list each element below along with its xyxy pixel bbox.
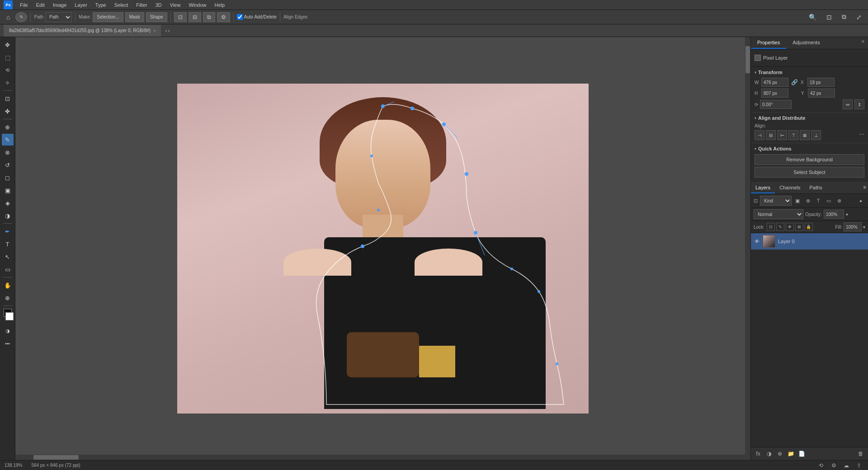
nav-prev[interactable]: ‹	[165, 28, 167, 34]
search-button[interactable]: 🔍	[805, 12, 820, 22]
move-tool[interactable]: ✥	[2, 39, 14, 51]
blur-tool[interactable]: ◈	[2, 197, 14, 209]
quick-actions-header[interactable]: ▾ Quick Actions	[755, 146, 864, 151]
panel-collapse-button[interactable]: ≡	[858, 37, 868, 49]
opacity-input[interactable]	[824, 210, 844, 219]
brush-preset-button[interactable]: ✎	[15, 12, 27, 22]
rotate-input[interactable]	[760, 100, 792, 109]
path-ops-button[interactable]: ⊡	[174, 12, 187, 22]
layer-visibility-toggle[interactable]: 👁	[754, 238, 760, 244]
eyedropper-tool[interactable]: ✤	[2, 105, 14, 117]
menu-select[interactable]: Select	[111, 1, 132, 9]
menu-edit[interactable]: Edit	[33, 1, 48, 9]
shape-button[interactable]: Shape	[146, 12, 167, 22]
menu-3d[interactable]: 3D	[152, 1, 165, 9]
arrange-docs-button[interactable]: ⧉	[838, 12, 850, 22]
filter-pixel-btn[interactable]: ▣	[793, 196, 802, 205]
mask-button[interactable]: Mask	[125, 12, 144, 22]
menu-filter[interactable]: Filter	[132, 1, 151, 9]
filter-adjust-btn[interactable]: ⊕	[803, 196, 812, 205]
screen-mode-button[interactable]: ⊡	[823, 12, 835, 22]
expand-button[interactable]: ⤢	[853, 12, 865, 22]
vertical-scrollbar[interactable]	[745, 37, 750, 460]
align-top-btn[interactable]: ⊤	[788, 130, 798, 140]
status-cloud-btn[interactable]: ☁	[842, 461, 851, 470]
scrollbar-thumb[interactable]	[745, 46, 750, 73]
pen-tool[interactable]: ✒	[2, 226, 14, 237]
y-input[interactable]	[808, 89, 835, 98]
align-button[interactable]: ⊟	[189, 12, 201, 22]
flip-h-btn[interactable]: ⇔	[843, 99, 853, 109]
status-settings-btn[interactable]: ⚙	[829, 461, 838, 470]
quick-mask-tool[interactable]: ◑	[2, 325, 14, 337]
create-group-button[interactable]: 📁	[786, 449, 795, 458]
delete-layer-button[interactable]: 🗑	[856, 449, 865, 458]
align-header[interactable]: ▾ Align and Distribute	[755, 115, 864, 121]
canvas-image[interactable]	[177, 84, 589, 414]
width-input[interactable]	[761, 78, 788, 87]
fill-input[interactable]	[844, 222, 862, 231]
lock-artboard-btn[interactable]: ⊠	[795, 223, 803, 231]
more-tools-btn[interactable]: •••	[2, 338, 14, 349]
create-adjustment-button[interactable]: ⊕	[775, 449, 784, 458]
more-align-btn[interactable]: ···	[859, 130, 864, 140]
align-bottom-btn[interactable]: ⊥	[811, 130, 821, 140]
opacity-arrow[interactable]: ▾	[846, 212, 848, 217]
align-left-btn[interactable]: ⊣	[755, 130, 764, 140]
hand-tool[interactable]: ✋	[2, 279, 14, 291]
filter-shape-btn[interactable]: ▭	[824, 196, 833, 205]
arrange-button[interactable]: ⧉	[203, 12, 215, 22]
filter-toggle-btn[interactable]: ●	[856, 196, 865, 205]
align-center-h-btn[interactable]: ⊟	[766, 130, 776, 140]
create-layer-button[interactable]: 📄	[797, 449, 806, 458]
nav-next[interactable]: ›	[168, 28, 170, 34]
add-mask-button[interactable]: ◑	[764, 449, 774, 458]
tab-channels[interactable]: Channels	[775, 183, 805, 193]
dodge-tool[interactable]: ◑	[2, 210, 14, 221]
menu-layer[interactable]: Layer	[71, 1, 91, 9]
document-tab[interactable]: 8a2b6385af57bbc85690fed48431d255.jpg @ 1…	[4, 25, 161, 37]
horizontal-scrollbar[interactable]	[15, 455, 745, 460]
tab-paths[interactable]: Paths	[805, 183, 827, 193]
select-subject-button[interactable]: Select Subject	[755, 167, 864, 178]
eraser-tool[interactable]: ◻	[2, 172, 14, 183]
marquee-tool[interactable]: ⬚	[2, 52, 14, 63]
history-brush-tool[interactable]: ↺	[2, 159, 14, 171]
gradient-tool[interactable]: ▣	[2, 184, 14, 196]
tab-adjustments[interactable]: Adjustments	[786, 37, 826, 49]
menu-image[interactable]: Image	[49, 1, 71, 9]
align-right-btn[interactable]: ⊢	[777, 130, 787, 140]
lock-transparent-btn[interactable]: ⊡	[767, 223, 775, 231]
background-color[interactable]	[5, 312, 14, 320]
path-select-tool[interactable]: ↖	[2, 251, 14, 263]
auto-add-delete-checkbox[interactable]: Auto Add/Delete	[237, 14, 277, 20]
tab-layers[interactable]: Layers	[751, 183, 775, 193]
h-scrollbar-thumb[interactable]	[33, 455, 79, 460]
selection-button[interactable]: Selection...	[93, 12, 123, 22]
magic-wand-tool[interactable]: ✧	[2, 77, 14, 89]
link-icon[interactable]: 🔗	[791, 79, 798, 85]
layers-panel-menu[interactable]: ≡	[862, 183, 868, 193]
crop-tool[interactable]: ⊡	[2, 93, 14, 104]
height-input[interactable]	[761, 89, 788, 98]
brush-tool[interactable]: ✎	[2, 134, 14, 146]
add-fx-button[interactable]: fx	[754, 449, 763, 458]
lock-all-btn[interactable]: 🔒	[805, 223, 813, 231]
heal-tool[interactable]: ⊕	[2, 121, 14, 133]
home-button[interactable]: ⌂	[3, 12, 14, 22]
align-center-v-btn[interactable]: ⊠	[800, 130, 810, 140]
layer-item[interactable]: 👁 Layer 0	[751, 233, 868, 250]
filter-kind-select[interactable]: Kind	[760, 196, 792, 206]
settings-button[interactable]: ⚙	[217, 12, 230, 22]
status-rotate-btn[interactable]: ⟲	[816, 461, 826, 470]
clone-tool[interactable]: ⊗	[2, 146, 14, 158]
remove-background-button[interactable]: Remove Background	[755, 154, 864, 165]
filter-smart-btn[interactable]: ⊗	[835, 196, 844, 205]
path-select[interactable]: Path Shape Pixels	[45, 12, 72, 22]
transform-header[interactable]: ▾ Transform	[755, 70, 864, 75]
shape-tool[interactable]: ▭	[2, 263, 14, 275]
lasso-tool[interactable]: ⟲	[2, 64, 14, 76]
x-input[interactable]	[807, 78, 835, 87]
tab-close-button[interactable]: ×	[153, 28, 156, 33]
menu-type[interactable]: Type	[92, 1, 110, 9]
